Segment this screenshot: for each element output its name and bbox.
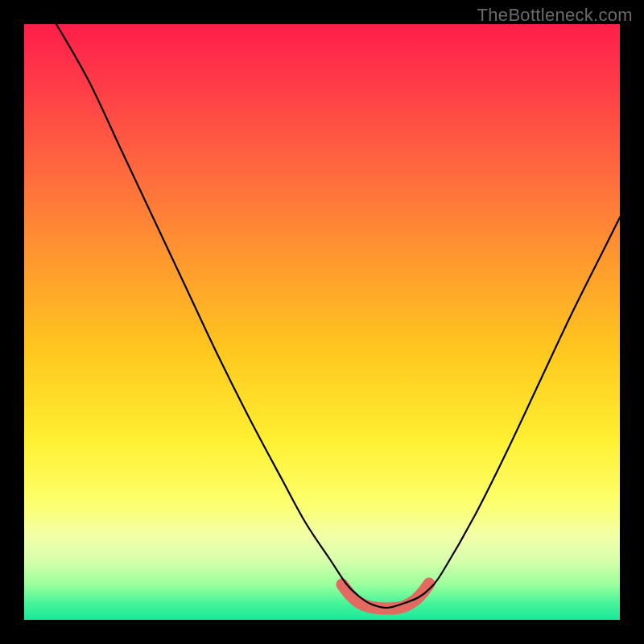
plot-area	[24, 24, 620, 620]
watermark-text: TheBottleneck.com	[477, 5, 633, 26]
bottom-band	[342, 584, 429, 609]
chart-frame: TheBottleneck.com	[0, 0, 644, 644]
v-curve	[56, 24, 620, 608]
chart-svg	[24, 24, 620, 620]
